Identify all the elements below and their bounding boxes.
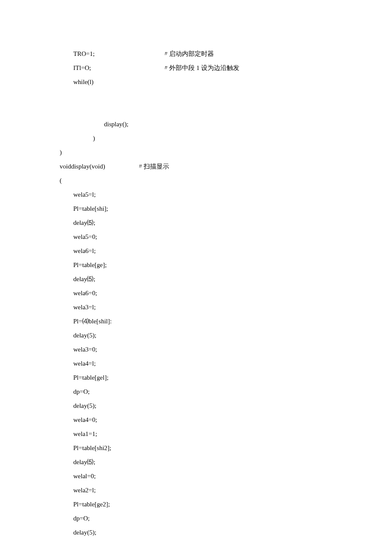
code-text: welal=0; [73,469,96,483]
code-text: Pl=table[ge2]; [73,497,110,511]
code-line: wela6=l; [60,244,332,258]
code-text: ) [60,145,62,160]
code-line: welal=0; [60,469,332,483]
code-line: Pl=table[ge2]; [60,497,332,511]
code-line: delay⑸; [60,272,332,286]
code-text: Pl=table[gel]; [73,371,109,385]
code-text: Pl=⑷ble[shil]: [73,314,112,328]
code-line: Pl=table[gel]; [60,371,332,385]
code-comment: 〃扫描显示 [137,160,169,174]
code-line: wela4=l; [60,357,332,371]
code-line: dp=O; [60,511,332,526]
code-text: ( [60,174,62,188]
code-text: delay⑸; [73,455,95,469]
code-line: ITl=O;〃外部中段 1 设为边沿触发 [60,61,332,75]
code-line: delay(5); [60,328,332,343]
code-text: delay⑸; [73,272,95,286]
code-text: delay(5); [73,399,96,413]
code-text: ITl=O; [73,61,163,75]
code-text: Pl=table[shi]; [73,202,108,216]
code-page: TRO=1;〃启动内部定时器ITl=O;〃外部中段 1 设为边沿触发while(… [0,0,332,540]
code-text: ) [93,131,95,145]
code-line: display(); [60,117,332,131]
code-line: wela1=1; [60,427,332,441]
code-text: dp=O; [73,385,89,399]
code-text: voiddisplay(void) [60,160,137,174]
code-text: display(); [104,117,129,131]
code-line: Pl=table[ge]; [60,258,332,272]
code-text: wela5=0; [73,230,97,244]
code-comment: 〃启动内部定时器 [163,47,214,61]
code-line: Pl=⑷ble[shil]: [60,314,332,328]
code-text: wela1=1; [73,427,97,441]
code-line: wela3=0; [60,343,332,357]
code-text: delay(5); [73,328,96,343]
code-text: TRO=1; [73,47,163,61]
code-text: wela6=0; [73,286,97,300]
code-line: Pl=table[shi]; [60,202,332,216]
code-line: delay(5); [60,399,332,413]
code-text: wela3=0; [73,343,97,357]
code-line: TRO=1;〃启动内部定时器 [60,47,332,61]
code-text: Pl=table[ge]; [73,258,107,272]
code-text: wela6=l; [73,244,96,258]
blank-gap [60,89,332,117]
code-line: voiddisplay(void)〃扫描显示 [60,160,332,174]
code-line: delay(5); [60,526,332,540]
code-text: delay(5); [73,526,96,540]
code-text: wela4=0; [73,413,97,427]
code-comment: 〃外部中段 1 设为边沿触发 [163,61,239,75]
code-line: wela6=0; [60,286,332,300]
code-line: delay⑸; [60,455,332,469]
code-text: while(l) [73,75,93,89]
code-line: wela3=l; [60,300,332,314]
code-line: ) [60,131,332,145]
code-text: wela4=l; [73,357,96,371]
code-text: delay⑸; [73,216,95,230]
code-line: wela2=l; [60,483,332,497]
code-line: while(l) [60,75,332,89]
code-text: dp=O; [73,511,89,526]
code-text: wela5=l; [73,188,96,202]
code-line: wela5=l; [60,188,332,202]
code-line: wela4=0; [60,413,332,427]
code-line: ) [60,145,332,160]
code-line: ( [60,174,332,188]
code-line: delay⑸; [60,216,332,230]
code-line: dp=O; [60,385,332,399]
code-text: wela2=l; [73,483,96,497]
code-line: Pl=table[shi2]; [60,441,332,455]
code-text: Pl=table[shi2]; [73,441,111,455]
code-line: wela5=0; [60,230,332,244]
code-text: wela3=l; [73,300,96,314]
